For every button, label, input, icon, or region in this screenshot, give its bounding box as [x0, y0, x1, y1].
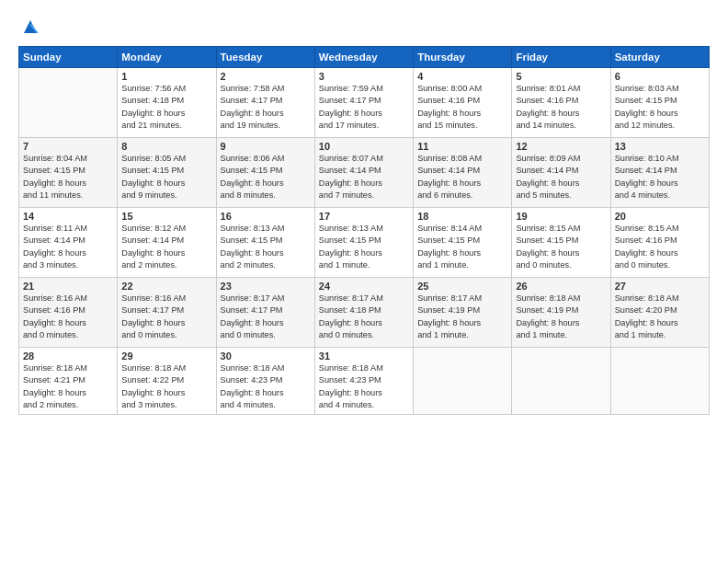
- day-number: 14: [23, 211, 113, 222]
- calendar-cell: 6Sunrise: 8:03 AMSunset: 4:15 PMDaylight…: [610, 68, 709, 138]
- day-number: 29: [121, 350, 211, 362]
- day-number: 11: [417, 141, 507, 152]
- day-info: Sunrise: 8:15 AMSunset: 4:15 PMDaylight:…: [516, 223, 606, 271]
- calendar-cell: 1Sunrise: 7:56 AMSunset: 4:18 PMDaylight…: [118, 68, 216, 138]
- day-number: 1: [121, 71, 211, 82]
- calendar-cell: 9Sunrise: 8:06 AMSunset: 4:15 PMDaylight…: [216, 138, 314, 208]
- day-number: 7: [23, 141, 113, 152]
- header-row: SundayMondayTuesdayWednesdayThursdayFrid…: [19, 47, 710, 68]
- calendar-cell: 17Sunrise: 8:13 AMSunset: 4:15 PMDayligh…: [314, 208, 413, 278]
- day-info: Sunrise: 8:17 AMSunset: 4:17 PMDaylight:…: [221, 293, 311, 341]
- calendar-cell: 3Sunrise: 7:59 AMSunset: 4:17 PMDaylight…: [314, 68, 413, 138]
- calendar-cell: 8Sunrise: 8:05 AMSunset: 4:15 PMDaylight…: [118, 138, 216, 208]
- day-number: 25: [417, 281, 507, 292]
- day-number: 18: [417, 211, 507, 222]
- day-info: Sunrise: 8:05 AMSunset: 4:15 PMDaylight:…: [121, 153, 211, 201]
- day-number: 23: [221, 281, 311, 292]
- day-number: 6: [615, 71, 705, 82]
- day-info: Sunrise: 8:16 AMSunset: 4:16 PMDaylight:…: [23, 293, 113, 341]
- calendar-table: SundayMondayTuesdayWednesdayThursdayFrid…: [18, 46, 710, 415]
- svg-marker-0: [24, 20, 37, 33]
- day-info: Sunrise: 8:18 AMSunset: 4:21 PMDaylight:…: [23, 362, 113, 411]
- calendar-body: 1Sunrise: 7:56 AMSunset: 4:18 PMDaylight…: [19, 68, 710, 415]
- header-day-saturday: Saturday: [610, 47, 709, 68]
- day-number: 12: [516, 141, 606, 152]
- calendar-cell: [19, 68, 118, 138]
- header-day-wednesday: Wednesday: [314, 47, 413, 68]
- header-day-thursday: Thursday: [414, 47, 512, 68]
- calendar-cell: 16Sunrise: 8:13 AMSunset: 4:15 PMDayligh…: [216, 208, 314, 278]
- day-info: Sunrise: 8:18 AMSunset: 4:20 PMDaylight:…: [615, 293, 705, 341]
- day-info: Sunrise: 8:00 AMSunset: 4:16 PMDaylight:…: [417, 83, 507, 132]
- day-info: Sunrise: 7:58 AMSunset: 4:17 PMDaylight:…: [221, 83, 311, 132]
- day-info: Sunrise: 8:03 AMSunset: 4:15 PMDaylight:…: [615, 83, 705, 132]
- calendar-cell: 24Sunrise: 8:17 AMSunset: 4:18 PMDayligh…: [314, 278, 413, 348]
- day-info: Sunrise: 8:09 AMSunset: 4:14 PMDaylight:…: [516, 153, 606, 201]
- calendar-cell: 11Sunrise: 8:08 AMSunset: 4:14 PMDayligh…: [414, 138, 512, 208]
- day-info: Sunrise: 7:59 AMSunset: 4:17 PMDaylight:…: [319, 83, 409, 132]
- calendar-cell: [512, 348, 610, 415]
- day-info: Sunrise: 8:18 AMSunset: 4:22 PMDaylight:…: [121, 362, 211, 411]
- calendar-cell: 2Sunrise: 7:58 AMSunset: 4:17 PMDaylight…: [216, 68, 314, 138]
- calendar-cell: 21Sunrise: 8:16 AMSunset: 4:16 PMDayligh…: [19, 278, 118, 348]
- calendar-cell: 29Sunrise: 8:18 AMSunset: 4:22 PMDayligh…: [118, 348, 216, 415]
- calendar-cell: 5Sunrise: 8:01 AMSunset: 4:16 PMDaylight…: [512, 68, 610, 138]
- calendar-cell: 22Sunrise: 8:16 AMSunset: 4:17 PMDayligh…: [118, 278, 216, 348]
- day-number: 15: [121, 211, 211, 222]
- day-info: Sunrise: 8:13 AMSunset: 4:15 PMDaylight:…: [319, 223, 409, 271]
- day-info: Sunrise: 8:18 AMSunset: 4:19 PMDaylight:…: [516, 293, 606, 341]
- day-info: Sunrise: 8:14 AMSunset: 4:15 PMDaylight:…: [417, 223, 507, 271]
- day-number: 4: [417, 71, 507, 82]
- calendar-cell: 18Sunrise: 8:14 AMSunset: 4:15 PMDayligh…: [414, 208, 512, 278]
- header: [18, 17, 710, 37]
- day-number: 22: [121, 281, 211, 292]
- calendar-cell: 13Sunrise: 8:10 AMSunset: 4:14 PMDayligh…: [610, 138, 709, 208]
- day-number: 24: [319, 281, 409, 292]
- day-info: Sunrise: 8:15 AMSunset: 4:16 PMDaylight:…: [615, 223, 705, 271]
- day-number: 8: [121, 141, 211, 152]
- day-number: 27: [615, 281, 705, 292]
- day-number: 5: [516, 71, 606, 82]
- day-number: 10: [319, 141, 409, 152]
- header-day-monday: Monday: [118, 47, 216, 68]
- day-number: 28: [23, 350, 113, 362]
- day-number: 19: [516, 211, 606, 222]
- day-info: Sunrise: 8:01 AMSunset: 4:16 PMDaylight:…: [516, 83, 606, 132]
- day-info: Sunrise: 8:10 AMSunset: 4:14 PMDaylight:…: [615, 153, 705, 201]
- logo-icon: [20, 17, 40, 37]
- calendar-cell: [610, 348, 709, 415]
- day-info: Sunrise: 8:13 AMSunset: 4:15 PMDaylight:…: [221, 223, 311, 271]
- day-number: 30: [221, 350, 311, 362]
- calendar-cell: 12Sunrise: 8:09 AMSunset: 4:14 PMDayligh…: [512, 138, 610, 208]
- calendar-cell: 20Sunrise: 8:15 AMSunset: 4:16 PMDayligh…: [610, 208, 709, 278]
- header-day-friday: Friday: [512, 47, 610, 68]
- day-info: Sunrise: 8:07 AMSunset: 4:14 PMDaylight:…: [319, 153, 409, 201]
- day-info: Sunrise: 8:18 AMSunset: 4:23 PMDaylight:…: [319, 362, 409, 411]
- day-number: 17: [319, 211, 409, 222]
- day-number: 21: [23, 281, 113, 292]
- day-number: 26: [516, 281, 606, 292]
- header-day-sunday: Sunday: [19, 47, 118, 68]
- header-day-tuesday: Tuesday: [216, 47, 314, 68]
- calendar-cell: 10Sunrise: 8:07 AMSunset: 4:14 PMDayligh…: [314, 138, 413, 208]
- day-info: Sunrise: 8:04 AMSunset: 4:15 PMDaylight:…: [23, 153, 113, 201]
- calendar-cell: [414, 348, 512, 415]
- calendar-cell: 7Sunrise: 8:04 AMSunset: 4:15 PMDaylight…: [19, 138, 118, 208]
- week-row-3: 14Sunrise: 8:11 AMSunset: 4:14 PMDayligh…: [19, 208, 710, 278]
- calendar-cell: 15Sunrise: 8:12 AMSunset: 4:14 PMDayligh…: [118, 208, 216, 278]
- week-row-1: 1Sunrise: 7:56 AMSunset: 4:18 PMDaylight…: [19, 68, 710, 138]
- day-number: 3: [319, 71, 409, 82]
- week-row-4: 21Sunrise: 8:16 AMSunset: 4:16 PMDayligh…: [19, 278, 710, 348]
- day-info: Sunrise: 8:11 AMSunset: 4:14 PMDaylight:…: [23, 223, 113, 271]
- calendar-cell: 25Sunrise: 8:17 AMSunset: 4:19 PMDayligh…: [414, 278, 512, 348]
- week-row-5: 28Sunrise: 8:18 AMSunset: 4:21 PMDayligh…: [19, 348, 710, 415]
- calendar-cell: 19Sunrise: 8:15 AMSunset: 4:15 PMDayligh…: [512, 208, 610, 278]
- day-number: 9: [221, 141, 311, 152]
- day-number: 31: [319, 350, 409, 362]
- calendar-cell: 23Sunrise: 8:17 AMSunset: 4:17 PMDayligh…: [216, 278, 314, 348]
- day-info: Sunrise: 8:17 AMSunset: 4:19 PMDaylight:…: [417, 293, 507, 341]
- calendar-cell: 14Sunrise: 8:11 AMSunset: 4:14 PMDayligh…: [19, 208, 118, 278]
- day-info: Sunrise: 8:17 AMSunset: 4:18 PMDaylight:…: [319, 293, 409, 341]
- logo: [18, 17, 40, 37]
- calendar-cell: 30Sunrise: 8:18 AMSunset: 4:23 PMDayligh…: [216, 348, 314, 415]
